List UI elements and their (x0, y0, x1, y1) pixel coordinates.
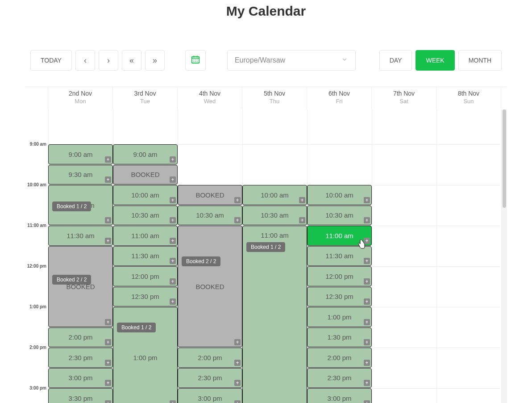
view-month-button[interactable]: MONTH (458, 50, 502, 71)
scroll-thumb[interactable] (503, 109, 506, 208)
time-slot[interactable]: 12:00 pm+ (113, 266, 178, 286)
add-icon[interactable]: + (234, 400, 241, 403)
add-icon[interactable]: + (105, 176, 111, 183)
add-icon[interactable]: + (234, 360, 241, 366)
day-column[interactable] (436, 109, 501, 403)
add-icon[interactable]: + (105, 217, 111, 223)
day-headers: 2nd NovMon3rd NovTue4th NovWed5th NovThu… (25, 87, 507, 109)
timezone-select[interactable]: Europe/Warsaw (227, 50, 356, 71)
add-icon[interactable]: + (170, 400, 176, 403)
next-button[interactable]: › (99, 50, 118, 71)
add-icon[interactable]: + (364, 360, 370, 366)
time-slot[interactable]: 2:00 pm+ (307, 348, 372, 368)
add-icon[interactable]: + (364, 258, 370, 264)
time-slot[interactable]: 2:30 pm+ (307, 368, 372, 388)
day-column[interactable]: 9:00 am+9:30 am+10:00 am+Booked 1 / 211:… (48, 109, 113, 403)
add-icon[interactable]: + (364, 400, 370, 403)
booked-slot[interactable]: BOOKED+Booked 2 / 2 (178, 226, 242, 347)
calendar-picker-button[interactable] (185, 50, 206, 71)
time-slot[interactable]: 11:30 am+ (48, 226, 113, 246)
add-icon[interactable]: + (364, 339, 370, 345)
time-slot[interactable]: 2:30 pm+ (178, 368, 242, 388)
booked-slot[interactable]: BOOKED+ (113, 165, 178, 185)
add-icon[interactable]: + (299, 217, 305, 223)
add-icon[interactable]: + (105, 156, 111, 163)
add-icon[interactable]: + (105, 339, 111, 345)
time-slot[interactable]: 11:00 am+Booked 1 / 2 (242, 226, 307, 403)
time-slot[interactable]: 10:00 am+ (242, 185, 307, 205)
time-slot[interactable]: 9:00 am+ (48, 144, 113, 164)
time-slot[interactable]: 11:00 am+ (113, 226, 178, 246)
time-slot[interactable]: 10:30 am+ (113, 206, 178, 226)
time-slot[interactable]: 12:30 pm+ (307, 287, 372, 307)
time-slot[interactable]: 10:00 am+ (113, 185, 178, 205)
time-slot[interactable]: 9:30 am+ (48, 165, 113, 185)
time-slot[interactable]: 2:00 pm+ (178, 348, 242, 368)
today-button[interactable]: TODAY (30, 50, 72, 71)
add-icon[interactable]: + (364, 319, 370, 325)
add-icon[interactable]: + (234, 197, 241, 203)
time-slot[interactable]: 10:00 am+Booked 1 / 2 (48, 185, 113, 225)
fast-prev-button[interactable]: « (122, 50, 141, 71)
add-icon[interactable]: + (170, 258, 176, 264)
time-slot[interactable]: 3:00 pm+ (307, 388, 372, 403)
time-slot[interactable]: 9:00 am+ (113, 144, 178, 164)
day-column[interactable]: 10:00 am+10:30 am+11:00 am+11:30 am+12:0… (307, 109, 372, 403)
booked-slot[interactable]: BOOKED+Booked 2 / 2 (48, 246, 113, 327)
time-slot[interactable]: 1:00 pm+Booked 1 / 2 (113, 307, 178, 403)
add-icon[interactable]: + (364, 298, 370, 305)
add-icon[interactable]: + (170, 176, 176, 183)
time-slot[interactable]: 10:30 am+ (242, 206, 307, 226)
add-icon[interactable]: + (299, 197, 305, 203)
add-icon[interactable]: + (170, 238, 176, 244)
add-icon[interactable]: + (364, 278, 370, 285)
time-slot[interactable]: 10:00 am+ (307, 185, 372, 205)
time-slot[interactable]: 3:00 pm+ (178, 388, 242, 403)
calendar-grid[interactable]: 8:00 am9:00 am10:00 am11:00 am12:00 pm1:… (25, 109, 507, 403)
add-icon[interactable]: + (170, 156, 176, 163)
time-slot[interactable]: 3:00 pm+ (48, 368, 113, 388)
time-slot[interactable]: 3:30 pm+ (48, 388, 113, 403)
add-icon[interactable]: + (105, 238, 111, 244)
time-slot[interactable]: 2:00 pm+ (48, 327, 113, 348)
time-slot[interactable]: 11:30 am+ (113, 246, 178, 266)
time-slot[interactable]: 2:30 pm+ (48, 348, 113, 368)
add-icon[interactable]: + (105, 319, 111, 325)
time-slot[interactable]: 12:00 pm+ (307, 266, 372, 286)
add-icon[interactable]: + (170, 278, 176, 285)
add-icon[interactable]: + (364, 238, 370, 244)
add-icon[interactable]: + (234, 339, 241, 345)
slot-label: 2:30 pm (68, 354, 92, 361)
time-slot[interactable]: 11:30 am+ (307, 246, 372, 266)
day-column[interactable]: 10:00 am+10:30 am+11:00 am+Booked 1 / 2 (242, 109, 307, 403)
add-icon[interactable]: + (105, 360, 111, 366)
booked-slot[interactable]: BOOKED+ (178, 185, 242, 205)
day-column[interactable]: 9:00 am+BOOKED+10:00 am+10:30 am+11:00 a… (113, 109, 178, 403)
add-icon[interactable]: + (364, 217, 370, 223)
add-icon[interactable]: + (105, 400, 111, 403)
add-icon[interactable]: + (170, 217, 176, 223)
add-icon[interactable]: + (364, 197, 370, 203)
day-header: 8th NovSun (436, 87, 501, 109)
add-icon[interactable]: + (170, 197, 176, 203)
add-icon[interactable]: + (234, 217, 241, 223)
view-week-button[interactable]: WEEK (416, 50, 454, 71)
add-icon[interactable]: + (170, 298, 176, 305)
add-icon[interactable]: + (364, 380, 370, 386)
view-day-button[interactable]: DAY (379, 50, 412, 71)
booked-badge: Booked 1 / 2 (117, 323, 156, 332)
day-column[interactable] (372, 109, 436, 403)
time-slot[interactable]: 12:30 pm+ (113, 287, 178, 307)
time-slot[interactable]: 1:00 pm+ (307, 307, 372, 327)
prev-button[interactable]: ‹ (75, 50, 95, 71)
time-slot[interactable]: 10:30 am+ (178, 206, 242, 226)
fast-next-button[interactable]: » (145, 50, 165, 71)
slot-label: 1:30 pm (327, 333, 351, 341)
add-icon[interactable]: + (105, 380, 111, 386)
time-slot[interactable]: 10:30 am+ (307, 206, 372, 226)
scrollbar[interactable] (502, 109, 507, 403)
add-icon[interactable]: + (234, 380, 241, 386)
time-slot[interactable]: 1:30 pm+ (307, 327, 372, 348)
day-column[interactable]: BOOKED+10:30 am+BOOKED+Booked 2 / 22:00 … (178, 109, 242, 403)
time-slot[interactable]: 11:00 am+ (307, 226, 372, 246)
